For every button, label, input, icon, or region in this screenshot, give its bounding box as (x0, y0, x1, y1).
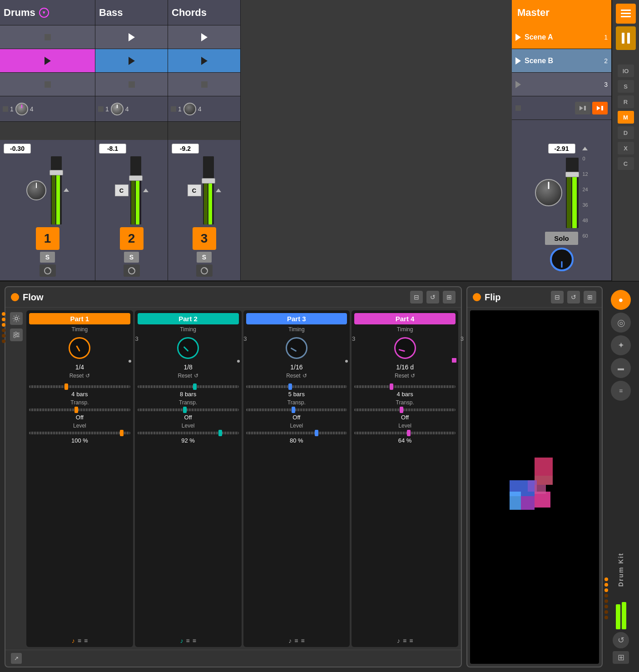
drums-pan-knob[interactable] (15, 103, 28, 115)
drums-dropdown[interactable]: ▼ (39, 8, 49, 18)
drums-clip-row-2[interactable] (0, 49, 95, 73)
mini-knob-btn[interactable]: ◎ (611, 313, 631, 333)
part-1-reset-icon[interactable]: ↺ (85, 373, 90, 379)
pause-btn[interactable] (616, 26, 636, 50)
chords-play-btn-1[interactable] (201, 33, 208, 41)
drums-solo-btn[interactable]: S (40, 252, 55, 263)
part-2-level-thumb[interactable] (218, 430, 222, 436)
d-btn[interactable]: D (618, 126, 634, 139)
part-1-list-icon[interactable]: ≡ (78, 637, 81, 644)
x-btn[interactable]: X (618, 142, 634, 154)
bass-play-btn-1[interactable] (129, 33, 135, 41)
part-4-header[interactable]: Part 4 (354, 313, 456, 324)
chords-monitor-btn[interactable] (196, 264, 213, 277)
c-btn-sidebar[interactable]: C (618, 157, 634, 170)
drums-monitor-btn[interactable] (40, 264, 56, 277)
master-stop-btn[interactable] (515, 105, 521, 111)
part-4-transp-slider[interactable] (354, 408, 456, 411)
mini-star-btn[interactable]: ✦ (611, 335, 631, 355)
drums-fader-track[interactable] (51, 156, 62, 224)
part-2-reset-icon[interactable]: ↺ (194, 373, 198, 379)
part-3-list2-icon[interactable]: ≡ (301, 637, 304, 644)
part-3-timing-knob[interactable] (286, 337, 307, 359)
scene-b-row[interactable]: Scene B 2 (512, 49, 611, 73)
part-4-note-icon[interactable]: ♪ (397, 637, 400, 644)
chords-play-btn-2[interactable] (201, 57, 208, 65)
scene-b-play[interactable] (515, 57, 521, 65)
menu-btn[interactable] (616, 4, 636, 24)
part-2-list-icon[interactable]: ≡ (186, 637, 189, 644)
chords-fader-track[interactable] (203, 156, 214, 224)
bass-fader-track[interactable] (130, 156, 141, 224)
part-3-reset-icon[interactable]: ↺ (302, 373, 307, 379)
part-2-level-slider[interactable] (138, 432, 239, 434)
part-4-level-thumb[interactable] (407, 430, 411, 436)
part-3-level-thumb[interactable] (315, 430, 318, 436)
scene-3-play[interactable] (515, 81, 521, 88)
scene-a-row[interactable]: Scene A 1 (512, 25, 611, 49)
mini-list-btn[interactable]: ≡ (611, 381, 631, 401)
part-1-list2-icon[interactable]: ≡ (84, 637, 88, 644)
follow-btn[interactable] (575, 102, 590, 114)
part-2-transp-slider[interactable] (138, 408, 239, 411)
part-4-list-icon[interactable]: ≡ (403, 637, 406, 644)
bass-clip-row-1[interactable] (95, 25, 168, 49)
part-2-bars-thumb[interactable] (193, 383, 197, 390)
chords-clip-row-2[interactable] (168, 49, 240, 73)
drums-stop-btn-1[interactable] (45, 34, 51, 40)
part-1-bars-thumb[interactable] (64, 383, 68, 390)
flip-save-btn[interactable]: ⊟ (551, 291, 564, 304)
part-4-reset-icon[interactable]: ↺ (411, 373, 415, 379)
mini-bar-btn[interactable]: ▬ (611, 358, 631, 378)
drums-play-btn-2[interactable] (45, 57, 51, 65)
mini-export-btn[interactable]: ⊞ (613, 651, 629, 664)
drums-stop-btn-3[interactable] (45, 81, 51, 88)
part-3-list-icon[interactable]: ≡ (294, 637, 298, 644)
part-1-header[interactable]: Part 1 (29, 313, 130, 324)
part-3-level-slider[interactable] (246, 432, 347, 434)
flow-refresh-btn[interactable]: ↺ (426, 291, 439, 304)
part-2-note-icon[interactable]: ♪ (180, 637, 183, 644)
chords-stop-btn-3[interactable] (201, 81, 208, 88)
drums-clip-row-3[interactable] (0, 73, 95, 96)
scene-a-play[interactable] (515, 34, 521, 41)
part-1-note-icon[interactable]: ♪ (72, 637, 75, 644)
s-btn[interactable]: S (618, 80, 634, 93)
part-2-header[interactable]: Part 2 (138, 313, 239, 324)
part-4-transp-thumb[interactable] (400, 407, 403, 413)
chords-solo-btn[interactable]: S (197, 252, 212, 263)
chords-c-btn[interactable]: C (188, 184, 201, 196)
flow-footer-export-icon[interactable]: ↗ (11, 653, 22, 664)
mini-fader-2[interactable] (622, 602, 626, 629)
bass-clip-row-3[interactable] (95, 73, 168, 96)
bass-mini-stop[interactable] (98, 106, 104, 112)
part-2-bars-slider[interactable] (138, 385, 239, 388)
drums-clip-row-1[interactable] (0, 25, 95, 49)
bass-c-btn[interactable]: C (115, 184, 129, 196)
part-4-timing-knob[interactable] (394, 337, 416, 359)
bass-stop-btn-3[interactable] (129, 81, 135, 88)
drums-volume-knob[interactable] (26, 180, 46, 200)
bass-solo-btn[interactable]: S (124, 252, 139, 263)
part-1-timing-knob[interactable] (69, 337, 90, 359)
flip-export-btn[interactable]: ⊞ (584, 291, 596, 304)
master-volume-knob[interactable] (535, 179, 562, 206)
mini-fader-1[interactable] (616, 604, 620, 629)
chords-clip-row-1[interactable] (168, 25, 240, 49)
part-3-transp-slider[interactable] (246, 408, 347, 411)
drums-num-badge[interactable]: 1 (36, 227, 59, 250)
master-headphone-knob[interactable] (550, 248, 574, 271)
part-3-header[interactable]: Part 3 (246, 313, 347, 324)
bass-pan-knob[interactable] (111, 103, 124, 115)
chords-clip-row-3[interactable] (168, 73, 240, 96)
drums-mini-stop[interactable] (3, 106, 8, 112)
bass-monitor-btn[interactable] (124, 264, 140, 277)
scene-3-row[interactable]: 3 (512, 73, 611, 96)
part-1-bars-slider[interactable] (29, 385, 130, 388)
flow-settings-icon[interactable] (10, 312, 23, 325)
part-1-transp-slider[interactable] (29, 408, 130, 411)
m-btn[interactable]: M (618, 111, 634, 124)
part-2-list2-icon[interactable]: ≡ (193, 637, 196, 644)
bass-clip-row-2[interactable] (95, 49, 168, 73)
part-4-bars-thumb[interactable] (390, 383, 393, 390)
